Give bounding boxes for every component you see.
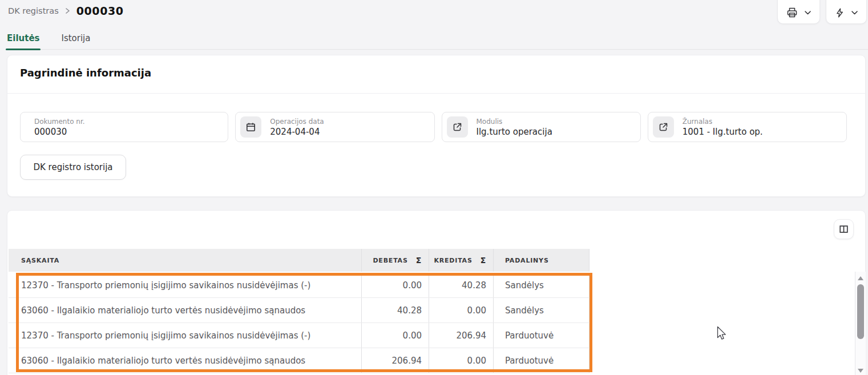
cell-debit: 40.28 [361,298,429,322]
table-row[interactable]: 63060 - Ilgalaikio materialiojo turto ve… [9,298,590,323]
field-modulis[interactable]: Modulis Ilg.turto operacija [442,112,641,142]
chevron-down-icon [804,10,812,15]
field-operacijos-data[interactable]: Operacijos data 2024-04-04 [235,112,434,142]
top-bar: DK registras 000030 [0,0,868,27]
cell-account: 63060 - Ilgalaikio materialiojo turto ve… [9,348,361,373]
cell-debit: 0.00 [361,323,429,348]
cell-debit: 206.94 [361,348,429,373]
sum-icon[interactable]: Σ [481,256,486,265]
tab-istorija[interactable]: Istorija [60,30,91,49]
cell-credit: 40.28 [429,273,493,297]
cell-department: Sandėlys [493,298,590,322]
print-button[interactable] [777,0,820,24]
scroll-up-arrow-icon[interactable] [858,276,863,280]
cell-account: 63060 - Ilgalaikio materialiojo turto ve… [9,298,361,322]
cell-credit: 0.00 [429,348,493,373]
field-label: Operacijos data [270,118,324,126]
field-label: Žurnalas [683,118,763,126]
cell-credit: 0.00 [429,298,493,322]
column-header-padalinys[interactable]: PADALINYS [493,249,590,272]
scrollbar-thumb[interactable] [857,284,864,339]
column-header-saskaita[interactable]: SĄSKAITA [9,249,361,272]
table-row[interactable]: 12370 - Transporto priemonių įsigijimo s… [9,323,590,348]
printer-icon [786,6,798,19]
cell-department: Parduotuvė [493,348,590,373]
field-dokumento-nr[interactable]: Dokumento nr. 000030 [20,112,228,142]
scroll-down-arrow-icon[interactable] [858,369,863,373]
table-row[interactable]: 63060 - Ilgalaikio materialiojo turto ve… [9,348,590,373]
cell-credit: 206.94 [429,323,493,348]
lines-table-card: SĄSKAITA DEBETAS Σ KREDITAS Σ PADALINYS … [7,210,866,375]
external-link-icon [447,116,468,138]
breadcrumb: DK registras 000030 [8,5,124,17]
field-value: 2024-04-04 [270,127,324,137]
cell-department: Sandėlys [493,273,590,297]
main-info-card: Pagrindinė informacija Dokumento nr. 000… [7,55,866,197]
column-settings-button[interactable] [834,219,854,239]
table-body: 12370 - Transporto priemonių įsigijimo s… [9,273,590,373]
page-title: 000030 [76,5,124,17]
cell-department: Parduotuvė [493,323,590,348]
quick-actions-button[interactable] [826,0,867,24]
breadcrumb-parent-link[interactable]: DK registras [8,6,59,15]
calendar-icon [240,116,261,138]
external-link-icon [653,116,674,138]
dk-register-history-button[interactable]: DK registro istorija [20,155,126,180]
lightning-icon [834,7,845,18]
column-header-debetas[interactable]: DEBETAS Σ [361,249,429,272]
sum-icon[interactable]: Σ [416,256,422,265]
field-row: Dokumento nr. 000030 Operacijos data 202… [20,112,847,142]
cell-account: 12370 - Transporto priemonių įsigijimo s… [9,323,361,348]
cell-debit: 0.00 [361,273,429,297]
field-label: Dokumento nr. [34,118,85,126]
column-header-kreditas[interactable]: KREDITAS Σ [429,249,493,272]
divider [7,93,865,94]
tab-bar: Eilutės Istorija [6,30,868,50]
cell-account: 12370 - Transporto priemonių įsigijimo s… [9,273,361,297]
chevron-down-icon [851,10,858,15]
tab-eilutes[interactable]: Eilutės [6,30,41,49]
field-zurnalas[interactable]: Žurnalas 1001 - Ilg.turto op. [648,112,847,142]
chevron-right-icon [64,7,71,14]
table-row[interactable]: 12370 - Transporto priemonių įsigijimo s… [9,273,590,298]
field-label: Modulis [477,118,552,126]
table-header-row: SĄSKAITA DEBETAS Σ KREDITAS Σ PADALINYS [9,249,590,272]
top-actions [777,0,867,24]
page: DK registras 000030 [0,0,868,375]
field-value: 1001 - Ilg.turto op. [683,127,763,137]
field-value: 000030 [34,127,85,137]
columns-icon [839,224,849,234]
gl-lines-table: SĄSKAITA DEBETAS Σ KREDITAS Σ PADALINYS … [9,249,590,373]
table-scrollbar[interactable] [855,272,866,375]
field-value: Ilg.turto operacija [477,127,552,137]
card-title: Pagrindinė informacija [20,67,151,79]
